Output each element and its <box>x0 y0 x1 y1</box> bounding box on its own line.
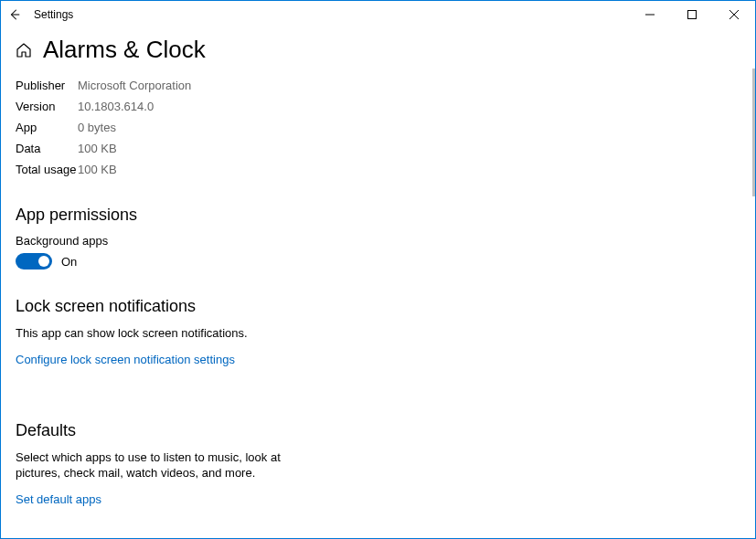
close-button[interactable] <box>713 1 755 28</box>
toggle-knob <box>38 256 49 267</box>
defaults-heading: Defaults <box>16 421 755 440</box>
home-icon[interactable] <box>16 42 32 58</box>
scrollbar[interactable] <box>752 69 755 196</box>
content-area: Alarms & Clock Publisher Microsoft Corpo… <box>1 28 755 538</box>
window-title: Settings <box>34 8 73 21</box>
titlebar: Settings <box>1 1 755 28</box>
lockscreen-desc: This app can show lock screen notificati… <box>16 325 299 342</box>
background-apps-toggle[interactable] <box>16 253 52 270</box>
defaults-desc: Select which apps to use to listen to mu… <box>16 449 299 481</box>
settings-window: Settings Alarms & Clock Publisher Micros… <box>0 0 756 539</box>
info-row-total: Total usage 100 KB <box>16 159 755 180</box>
minimize-icon <box>645 10 655 19</box>
info-row-app: App 0 bytes <box>16 117 755 138</box>
info-label: Version <box>16 100 78 113</box>
info-row-publisher: Publisher Microsoft Corporation <box>16 75 755 96</box>
lockscreen-heading: Lock screen notifications <box>16 297 755 316</box>
maximize-icon <box>687 10 697 19</box>
close-icon <box>729 10 739 19</box>
info-value: 0 bytes <box>78 121 116 134</box>
background-apps-toggle-row: On <box>16 253 755 270</box>
info-label: Total usage <box>16 163 78 176</box>
minimize-button[interactable] <box>629 1 671 28</box>
section-defaults: Defaults Select which apps to use to lis… <box>16 421 755 534</box>
arrow-left-icon <box>8 8 21 21</box>
page-title: Alarms & Clock <box>43 36 206 64</box>
permissions-heading: App permissions <box>16 206 755 225</box>
maximize-button[interactable] <box>671 1 713 28</box>
background-apps-label: Background apps <box>16 234 755 248</box>
info-value: 100 KB <box>78 163 117 176</box>
info-label: Data <box>16 142 78 155</box>
info-label: App <box>16 121 78 134</box>
section-permissions: App permissions Background apps On <box>16 206 755 270</box>
info-row-version: Version 10.1803.614.0 <box>16 96 755 117</box>
back-button[interactable] <box>1 1 28 28</box>
info-value: 100 KB <box>78 142 117 155</box>
app-info-table: Publisher Microsoft Corporation Version … <box>16 75 755 180</box>
svg-rect-2 <box>688 11 697 19</box>
info-row-data: Data 100 KB <box>16 138 755 159</box>
info-value: Microsoft Corporation <box>78 79 191 92</box>
window-controls <box>629 1 755 28</box>
section-lockscreen: Lock screen notifications This app can s… <box>16 297 755 394</box>
info-label: Publisher <box>16 79 78 92</box>
configure-lockscreen-link[interactable]: Configure lock screen notification setti… <box>16 353 235 366</box>
page-header: Alarms & Clock <box>16 36 755 64</box>
set-default-apps-link[interactable]: Set default apps <box>16 492 101 506</box>
info-value: 10.1803.614.0 <box>78 100 154 113</box>
toggle-state-text: On <box>61 255 77 269</box>
